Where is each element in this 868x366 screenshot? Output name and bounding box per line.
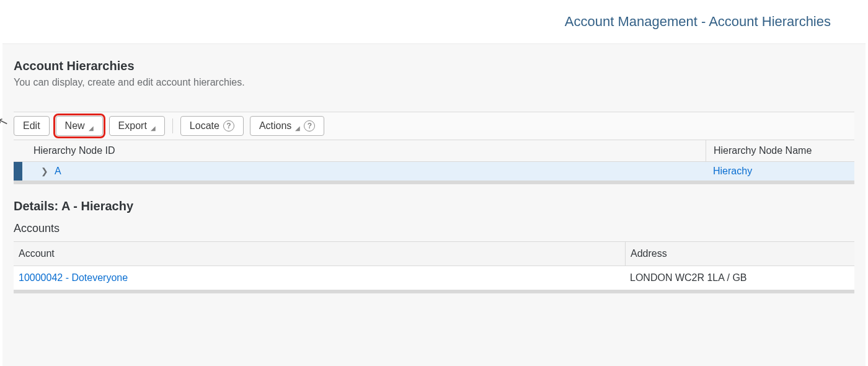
export-button-label: Export (118, 119, 147, 133)
new-button-label: New (65, 119, 85, 133)
hierarchy-tree-table: Hierarchy Node ID Hierarchy Node Name ❯ … (14, 140, 854, 184)
accounts-table-header: Account Address (14, 242, 854, 266)
actions-button[interactable]: Actions ◢ ? (250, 116, 324, 136)
section-title: Account Hierarchies (14, 59, 854, 73)
selection-indicator (14, 162, 22, 181)
hierarchy-node-name-link[interactable]: Hierachy (713, 166, 752, 176)
new-button[interactable]: New ◢ (56, 116, 103, 136)
hierarchy-row[interactable]: ❯ A Hierachy (14, 162, 854, 181)
toolbar-separator (172, 118, 173, 133)
locate-button-label: Locate (190, 119, 219, 133)
col-hierarchy-node-id[interactable]: Hierarchy Node ID (14, 140, 706, 161)
hierarchy-node-id-link[interactable]: A (55, 166, 61, 177)
toolbar: Edit New ◢ Export ◢ Locate ? Actions ◢ ? (14, 112, 854, 140)
export-button[interactable]: Export ◢ (109, 116, 165, 136)
actions-button-label: Actions (259, 119, 291, 133)
details-title: Details: A - Hierachy (14, 199, 854, 213)
page-header: Account Management - Account Hierarchies (0, 0, 868, 43)
account-address: LONDON WC2R 1LA / GB (625, 266, 854, 290)
col-address[interactable]: Address (625, 242, 854, 266)
dropdown-indicator-icon: ◢ (295, 122, 300, 135)
dropdown-indicator-icon: ◢ (151, 122, 156, 135)
main-panel: Account Hierarchies You can display, cre… (2, 43, 866, 366)
help-icon: ? (304, 120, 315, 132)
locate-button[interactable]: Locate ? (180, 116, 244, 136)
account-row[interactable]: 10000042 - Doteveryone LONDON WC2R 1LA /… (14, 266, 854, 290)
dropdown-indicator-icon: ◢ (89, 122, 94, 135)
accounts-table: Account Address 10000042 - Doteveryone L… (14, 241, 854, 293)
horizontal-scrollbar[interactable] (14, 290, 854, 293)
hierarchy-table-header: Hierarchy Node ID Hierarchy Node Name (14, 140, 854, 162)
account-link[interactable]: 10000042 - Doteveryone (14, 266, 625, 290)
details-section: Details: A - Hierachy Accounts Account A… (14, 184, 854, 293)
help-icon: ? (223, 120, 234, 132)
col-account[interactable]: Account (14, 242, 625, 266)
chevron-right-icon[interactable]: ❯ (41, 166, 48, 176)
accounts-heading: Accounts (14, 222, 854, 235)
edit-button[interactable]: Edit (14, 116, 50, 136)
col-hierarchy-node-name[interactable]: Hierarchy Node Name (706, 140, 854, 161)
section-subtitle: You can display, create and edit account… (14, 77, 854, 88)
page-title: Account Management - Account Hierarchies (565, 14, 831, 30)
edit-button-label: Edit (23, 119, 40, 133)
